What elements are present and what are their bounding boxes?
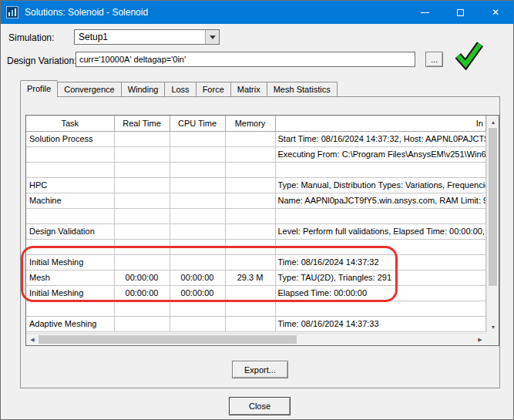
tab-loss[interactable]: Loss <box>164 82 196 96</box>
column-header-real-time: Real Time <box>114 116 170 131</box>
tab-mesh-statistics[interactable]: Mesh Statistics <box>267 82 338 96</box>
cell-real-time <box>114 162 170 177</box>
cell-info <box>275 208 486 223</box>
cell-cpu-time <box>170 193 225 208</box>
tab-force[interactable]: Force <box>196 82 231 96</box>
cell-task: Initial Meshing <box>26 254 114 270</box>
table-row[interactable]: Adaptive MeshingTime: 08/16/2024 14:37:3… <box>26 316 486 331</box>
table-row[interactable]: Solution ProcessStart Time: 08/16/2024 1… <box>26 131 486 146</box>
scrollbar-corner <box>486 333 499 345</box>
cell-cpu-time <box>170 162 225 177</box>
cell-task: Solution Process <box>26 131 114 146</box>
cell-real-time <box>114 301 170 316</box>
titlebar[interactable]: Solutions: Solenoid - Solenoid ✕ <box>1 1 513 24</box>
cell-task: Adaptive Meshing <box>26 316 114 331</box>
scroll-right-button[interactable]: ▶ <box>474 334 486 346</box>
cell-memory <box>225 177 275 193</box>
close-button[interactable]: Close <box>229 397 291 415</box>
horizontal-scroll-thumb[interactable] <box>39 335 297 344</box>
browse-button[interactable]: ... <box>425 52 443 67</box>
cell-cpu-time <box>170 208 225 223</box>
table-row[interactable] <box>26 239 486 254</box>
cell-memory <box>225 285 275 301</box>
cell-task <box>26 239 114 254</box>
cell-cpu-time <box>170 254 225 270</box>
export-button[interactable]: Export... <box>232 361 288 378</box>
cell-real-time <box>114 223 170 239</box>
scroll-down-icon: ▼ <box>491 324 496 330</box>
cell-memory <box>225 223 275 239</box>
scroll-down-button[interactable]: ▼ <box>487 321 499 333</box>
cell-info: Time: 08/16/2024 14:37:33 <box>275 316 486 331</box>
cell-task: Mesh <box>26 270 114 285</box>
vertical-scrollbar[interactable]: ▲ ▼ <box>486 116 499 333</box>
table-header-row: Task Real Time CPU Time Memory In <box>26 116 486 131</box>
maximize-icon <box>457 9 464 16</box>
cell-cpu-time <box>170 223 225 239</box>
profile-grid: Task Real Time CPU Time Memory In Soluti… <box>26 116 486 333</box>
scroll-right-icon: ▶ <box>478 337 482 343</box>
valid-check-icon <box>453 39 484 70</box>
cell-cpu-time <box>170 301 225 316</box>
cell-memory <box>225 254 275 270</box>
tab-strip: Profile Convergence Winding Loss Force M… <box>20 80 337 97</box>
table-row[interactable]: Initial Meshing00:00:0000:00:00Elapsed T… <box>26 285 486 301</box>
table-row[interactable]: Initial MeshingTime: 08/16/2024 14:37:32 <box>26 254 486 270</box>
tab-matrix[interactable]: Matrix <box>230 82 267 96</box>
scroll-left-icon: ◀ <box>30 337 34 343</box>
cell-real-time <box>114 193 170 208</box>
cell-real-time: 00:00:00 <box>114 270 170 285</box>
cell-cpu-time <box>170 131 225 146</box>
cell-info <box>275 301 486 316</box>
maximize-button[interactable] <box>442 1 478 24</box>
close-icon: ✕ <box>492 8 499 17</box>
table-row[interactable]: Mesh00:00:0000:00:0029.3 MType: TAU(2D),… <box>26 270 486 285</box>
cell-real-time <box>114 254 170 270</box>
cell-cpu-time <box>170 316 225 331</box>
window-title: Solutions: Solenoid - Solenoid <box>25 7 407 18</box>
cell-task <box>26 301 114 316</box>
table-row[interactable]: HPCType: Manual, Distribution Types: Var… <box>26 177 486 193</box>
tab-convergence[interactable]: Convergence <box>57 82 121 96</box>
table-row[interactable] <box>26 162 486 177</box>
scroll-left-button[interactable]: ◀ <box>26 334 39 346</box>
cell-info <box>275 239 486 254</box>
scroll-up-button[interactable]: ▲ <box>487 116 499 128</box>
cell-real-time <box>114 131 170 146</box>
cell-task: Design Validation <box>26 223 114 239</box>
simulation-label: Simulation: <box>8 32 54 43</box>
table-row[interactable]: Executing From: C:\Program Files\AnsysEM… <box>26 146 486 162</box>
close-window-button[interactable]: ✕ <box>478 1 513 24</box>
simulation-combobox[interactable]: Setup1 <box>74 29 220 45</box>
cell-memory <box>225 162 275 177</box>
cell-memory <box>225 239 275 254</box>
tab-winding[interactable]: Winding <box>121 82 166 96</box>
window-controls: ✕ <box>407 1 513 24</box>
column-header-cpu-time: CPU Time <box>170 116 225 131</box>
table-row[interactable]: MachineName: AAPNl0paJCT9fY5.win.ansys.c… <box>26 193 486 208</box>
cell-task: Initial Meshing <box>26 285 114 301</box>
app-icon <box>6 6 18 18</box>
vertical-scroll-thumb[interactable] <box>489 128 497 286</box>
cell-real-time <box>114 208 170 223</box>
cell-real-time <box>114 177 170 193</box>
minimize-icon <box>421 12 429 13</box>
simulation-dropdown-button[interactable] <box>205 30 219 44</box>
table-row[interactable] <box>26 301 486 316</box>
table-row[interactable] <box>26 208 486 223</box>
table-row[interactable]: Design ValidationLevel: Perform full val… <box>26 223 486 239</box>
cell-real-time <box>114 316 170 331</box>
tab-profile[interactable]: Profile <box>20 80 58 97</box>
design-variation-input[interactable] <box>76 52 415 67</box>
horizontal-scrollbar[interactable]: ◀ ▶ <box>26 333 486 345</box>
cell-task: HPC <box>26 177 114 193</box>
minimize-button[interactable] <box>407 1 442 24</box>
cell-info: Level: Perform full validations, Elapsed… <box>275 223 486 239</box>
cell-memory <box>225 208 275 223</box>
cell-memory: 29.3 M <box>225 270 275 285</box>
solutions-dialog-window: Solutions: Solenoid - Solenoid ✕ Simulat… <box>0 0 514 420</box>
profile-table: Task Real Time CPU Time Memory In Soluti… <box>26 116 486 332</box>
cell-info: Type: Manual, Distribution Types: Variat… <box>275 177 486 193</box>
cell-task <box>26 146 114 162</box>
cell-cpu-time <box>170 239 225 254</box>
